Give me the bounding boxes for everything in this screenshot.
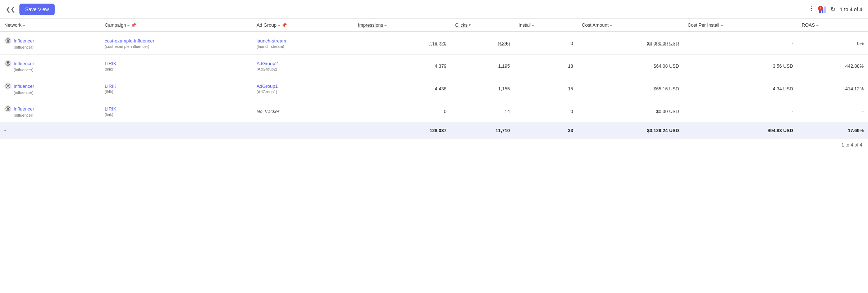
campaign-link[interactable]: LIRIK xyxy=(105,84,248,89)
totals-cost-per-install: $94.83 USD xyxy=(683,123,797,139)
top-pagination: 1 to 4 of 4 xyxy=(840,6,862,12)
impressions-cell: 119,220 xyxy=(354,32,451,55)
totals-install: 33 xyxy=(514,123,577,139)
col-install[interactable]: Install – xyxy=(514,19,577,32)
campaign-link[interactable]: cost-example-influencer xyxy=(105,38,248,44)
totals-row: - 128,037 11,710 33 $3,129.24 USD $94.83… xyxy=(0,123,868,139)
install-cell: 0 xyxy=(514,100,577,123)
adgroup-cell: AdGroup2 (AdGroup2) xyxy=(252,55,353,77)
totals-roas: 17.69% xyxy=(798,123,868,139)
network-cell: Influencer (influencer) xyxy=(0,77,100,100)
cost-amount-cell: $65.16 USD xyxy=(577,77,683,100)
save-view-button[interactable]: Save View xyxy=(19,4,55,15)
network-icon xyxy=(4,105,12,112)
campaign-link[interactable]: LIRIK xyxy=(105,106,248,112)
cost-amount-sort-icon[interactable]: – xyxy=(610,23,612,27)
col-impressions[interactable]: Impressions – xyxy=(354,19,451,32)
impressions-sort-icon[interactable]: – xyxy=(385,23,387,27)
cost-per-install-cell: 3.56 USD xyxy=(683,55,797,77)
data-table: Network – Campaign – 📌 Ad Group – � xyxy=(0,19,868,138)
campaign-sub: (lirik) xyxy=(105,112,248,117)
adgroup-link[interactable]: AdGroup2 xyxy=(256,61,349,66)
install-value: 18 xyxy=(568,63,573,69)
table-header-row: Network – Campaign – 📌 Ad Group – � xyxy=(0,19,868,32)
clicks-value: 1,195 xyxy=(498,63,510,69)
svg-point-1 xyxy=(7,40,9,41)
cost-per-install-value: - xyxy=(791,41,793,46)
cost-amount-value: $3,000.00 USD xyxy=(647,41,679,46)
network-name: Influencer xyxy=(14,84,34,89)
cost-amount-value: $0.00 USD xyxy=(656,109,679,114)
cost-per-install-cell: 4.34 USD xyxy=(683,77,797,100)
table-row: Influencer (influencer) LIRIK (lirik) Ad… xyxy=(0,77,868,100)
totals-cost-amount: $3,129.24 USD xyxy=(577,123,683,139)
install-cell: 15 xyxy=(514,77,577,100)
campaign-pin-icon[interactable]: 📌 xyxy=(131,23,136,28)
campaign-link[interactable]: LIRIK xyxy=(105,61,248,66)
col-cost-per-install[interactable]: Cost Per Install – xyxy=(683,19,797,32)
network-sub: (influencer) xyxy=(4,90,96,95)
campaign-sub: (lirik) xyxy=(105,67,248,71)
cost-amount-value: $64.08 USD xyxy=(654,63,679,69)
roas-value: 414.12% xyxy=(845,86,864,91)
col-campaign[interactable]: Campaign – 📌 xyxy=(100,19,252,32)
network-cell: Influencer (influencer) xyxy=(0,55,100,77)
adgroup-sub: (AdGroup2) xyxy=(256,67,349,71)
adgroup-cell: launch-stream (launch-stream) xyxy=(252,32,353,55)
adgroup-cell: AdGroup1 (AdGroup1) xyxy=(252,77,353,100)
campaign-cell: cost-example-influencer (cost-example-in… xyxy=(100,32,252,55)
footer-pagination: 1 to 4 of 4 xyxy=(841,142,862,148)
campaign-cell: LIRIK (lirik) xyxy=(100,100,252,123)
network-icon xyxy=(4,60,12,67)
table-row: Influencer (influencer) LIRIK (lirik)No … xyxy=(0,100,868,123)
impressions-value: 4,379 xyxy=(435,63,447,69)
adgroup-link[interactable]: launch-stream xyxy=(256,38,349,44)
network-icon xyxy=(4,82,12,90)
cost-per-install-value: 4.34 USD xyxy=(773,86,793,91)
roas-cell: 442.88% xyxy=(798,55,868,77)
adgroup-pin-icon[interactable]: 📌 xyxy=(282,23,287,28)
top-bar: ❮❮ Save View ︙ ! ↻ 1 to 4 of 4 xyxy=(0,0,868,19)
col-network[interactable]: Network – xyxy=(0,19,100,32)
svg-point-5 xyxy=(7,85,9,86)
impressions-cell: 4,438 xyxy=(354,77,451,100)
network-sort-icon[interactable]: – xyxy=(23,23,25,27)
more-options-icon[interactable]: ︙ xyxy=(808,5,815,13)
adgroup-link[interactable]: AdGroup1 xyxy=(256,84,349,89)
col-cost-amount[interactable]: Cost Amount – xyxy=(577,19,683,32)
top-bar-left: ❮❮ Save View xyxy=(6,4,55,15)
roas-sort-icon[interactable]: – xyxy=(816,23,818,27)
col-adgroup[interactable]: Ad Group – 📌 xyxy=(252,19,353,32)
cost-amount-cell: $3,000.00 USD xyxy=(577,32,683,55)
network-sub: (influencer) xyxy=(4,45,96,49)
network-icon xyxy=(4,37,12,44)
col-roas[interactable]: ROAS – xyxy=(798,19,868,32)
adgroup-sub: (AdGroup1) xyxy=(256,90,349,94)
cost-per-install-cell: - xyxy=(683,100,797,123)
cost-per-install-sort-icon[interactable]: – xyxy=(721,23,723,27)
install-value: 0 xyxy=(571,109,573,114)
install-cell: 0 xyxy=(514,32,577,55)
cost-per-install-value: 3.56 USD xyxy=(773,63,793,69)
roas-value: 442.88% xyxy=(845,63,864,69)
clicks-value: 14 xyxy=(505,109,510,114)
totals-campaign xyxy=(100,123,252,139)
cost-amount-cell: $0.00 USD xyxy=(577,100,683,123)
collapse-icon[interactable]: ❮❮ xyxy=(6,6,15,13)
cost-amount-value: $65.16 USD xyxy=(654,86,679,91)
cost-per-install-cell: - xyxy=(683,32,797,55)
adgroup-sort-icon[interactable]: – xyxy=(278,23,280,27)
col-clicks[interactable]: Clicks ▾ xyxy=(451,19,514,32)
campaign-sort-icon[interactable]: – xyxy=(127,23,129,27)
footer: 1 to 4 of 4 xyxy=(0,138,868,151)
install-sort-icon[interactable]: – xyxy=(532,23,534,27)
top-bar-right: ︙ ! ↻ 1 to 4 of 4 xyxy=(808,5,862,13)
no-tracker-label: No Tracker xyxy=(256,109,279,114)
network-sub: (influencer) xyxy=(4,68,96,72)
impressions-cell: 0 xyxy=(354,100,451,123)
clicks-sort-icon[interactable]: ▾ xyxy=(469,23,471,27)
campaign-cell: LIRIK (lirik) xyxy=(100,55,252,77)
notification-badge: ! xyxy=(818,6,823,11)
impressions-value: 4,438 xyxy=(435,86,447,91)
refresh-icon[interactable]: ↻ xyxy=(830,5,836,13)
